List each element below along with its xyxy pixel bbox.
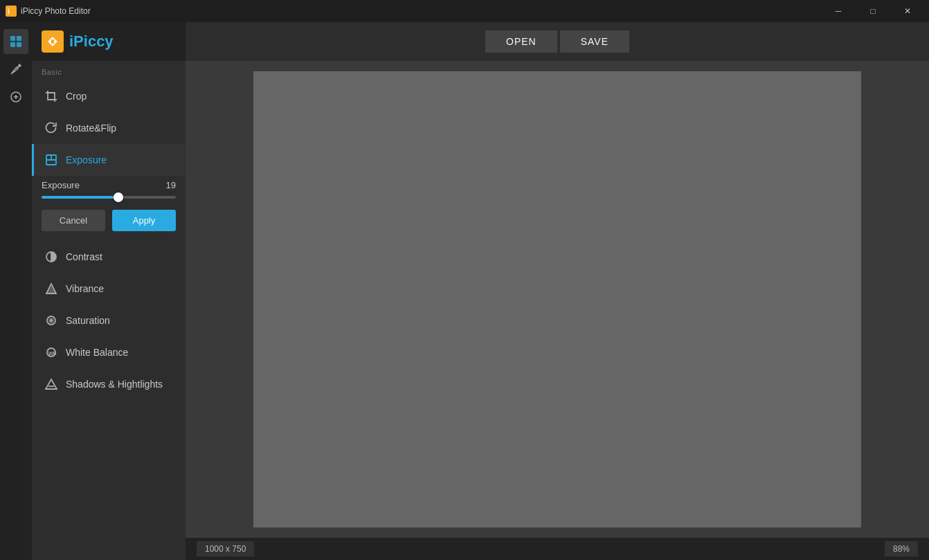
statusbar: 1000 x 750 88% <box>186 538 929 560</box>
app-name: iPiccy <box>69 33 114 51</box>
exposure-param-value: 19 <box>166 180 176 190</box>
contrast-label: Contrast <box>66 251 102 262</box>
saturation-icon <box>44 313 59 328</box>
main-container: iPiccy Basic Crop Rotate&Flip <box>0 22 929 560</box>
exposure-button-row: Cancel Apply <box>42 210 176 231</box>
app-logo <box>42 30 64 53</box>
exposure-param-name: Exposure <box>42 180 80 190</box>
sidebar-item-exposure[interactable]: Exposure <box>32 144 186 176</box>
svg-marker-17 <box>46 379 57 389</box>
sidebar-item-crop[interactable]: Crop <box>32 80 186 112</box>
window-title: iPiccy Photo Editor <box>21 6 822 16</box>
crop-icon <box>44 89 59 104</box>
crop-label: Crop <box>66 91 87 102</box>
sidebar-item-rotate[interactable]: Rotate&Flip <box>32 112 186 144</box>
rotate-label: Rotate&Flip <box>66 123 116 134</box>
topbar: OPEN SAVE <box>186 22 929 61</box>
white-balance-label: White Balance <box>66 347 128 358</box>
tool-panel: iPiccy Basic Crop Rotate&Flip <box>32 22 186 560</box>
tools-icon <box>9 35 23 48</box>
sidebar-item-saturation[interactable]: Saturation <box>32 305 186 336</box>
svg-rect-4 <box>10 42 15 47</box>
titlebar: i iPiccy Photo Editor ─ □ ✕ <box>0 0 929 22</box>
saturation-label: Saturation <box>66 315 110 326</box>
section-basic-label: Basic <box>32 61 186 80</box>
apply-button[interactable]: Apply <box>112 210 176 231</box>
ipiccy-logo-icon <box>46 35 60 48</box>
window-controls: ─ □ ✕ <box>822 0 923 22</box>
app-logo-small: i <box>6 6 17 17</box>
svg-rect-7 <box>51 39 54 44</box>
close-button[interactable]: ✕ <box>892 0 923 22</box>
rotate-icon <box>44 120 59 136</box>
svg-rect-3 <box>17 36 21 41</box>
shadows-icon <box>44 377 59 392</box>
exposure-row: Exposure 19 <box>42 180 176 190</box>
photo-canvas <box>253 71 861 527</box>
svg-point-14 <box>51 320 52 321</box>
icon-sidebar <box>0 22 32 560</box>
image-dimensions: 1000 x 750 <box>197 541 254 557</box>
sidebar-item-white-balance[interactable]: WB White Balance <box>32 336 186 368</box>
cancel-button[interactable]: Cancel <box>42 210 105 231</box>
exposure-slider-thumb[interactable] <box>114 192 123 202</box>
sidebar-icon-tools[interactable] <box>3 29 28 54</box>
effects-icon <box>9 90 23 104</box>
svg-rect-2 <box>10 36 15 41</box>
photo-image <box>253 71 861 527</box>
content-area: OPEN SAVE 1000 x 750 88% <box>186 22 929 560</box>
brush-icon <box>9 62 23 76</box>
exposure-icon <box>44 152 59 168</box>
exposure-label: Exposure <box>66 154 107 165</box>
contrast-icon <box>44 249 59 264</box>
sidebar-item-contrast[interactable]: Contrast <box>32 241 186 273</box>
app-header: iPiccy <box>32 22 186 61</box>
photo-container <box>253 71 861 527</box>
svg-text:i: i <box>8 7 10 15</box>
sidebar-item-shadows[interactable]: Shadows & Hightlights <box>32 368 186 400</box>
zoom-level: 88% <box>885 541 918 557</box>
canvas-area[interactable] <box>186 61 929 538</box>
save-button[interactable]: SAVE <box>560 30 629 53</box>
open-button[interactable]: OPEN <box>485 30 557 53</box>
exposure-slider-fill <box>42 196 118 199</box>
minimize-button[interactable]: ─ <box>822 0 854 22</box>
vibrance-icon <box>44 281 59 296</box>
svg-text:WB: WB <box>48 351 57 356</box>
white-balance-icon: WB <box>44 345 59 360</box>
sidebar-icon-effects[interactable] <box>3 84 28 109</box>
maximize-button[interactable]: □ <box>857 0 889 22</box>
sidebar-icon-brush[interactable] <box>3 57 28 82</box>
vibrance-label: Vibrance <box>66 283 104 294</box>
svg-rect-5 <box>17 42 21 47</box>
exposure-slider-track[interactable] <box>42 196 176 199</box>
exposure-controls: Exposure 19 Cancel Apply <box>32 176 186 241</box>
shadows-label: Shadows & Hightlights <box>66 379 163 390</box>
sidebar-item-vibrance[interactable]: Vibrance <box>32 273 186 305</box>
